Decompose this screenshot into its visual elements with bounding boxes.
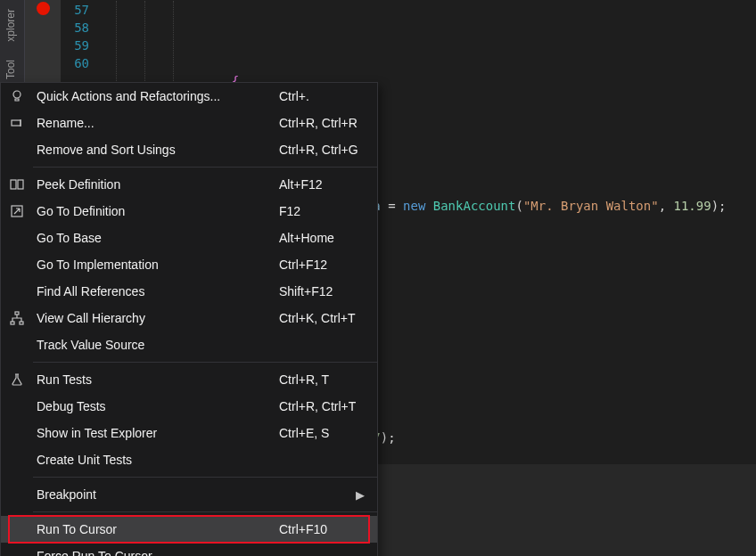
menu-item-shortcut: Ctrl+R, Ctrl+T: [279, 399, 377, 413]
flask-icon: [1, 372, 33, 387]
line-number: 58: [61, 19, 96, 37]
menu-item-rename[interactable]: Rename...Ctrl+R, Ctrl+R: [1, 110, 377, 136]
menu-item-breakpoint[interactable]: Breakpoint▶: [1, 481, 377, 508]
menu-item-label: Run To Cursor: [33, 522, 279, 536]
menu-item-label: Force Run To Cursor: [33, 549, 279, 556]
breakpoint-dot[interactable]: [37, 2, 50, 15]
menu-separator: [33, 511, 377, 512]
menu-item-show-in-test-explorer[interactable]: Show in Test ExplorerCtrl+E, S: [1, 420, 377, 446]
bulb-icon: [1, 89, 33, 103]
menu-item-label: View Call Hierarchy: [33, 311, 279, 325]
menu-item-shortcut: Alt+F12: [279, 177, 377, 192]
menu-item-force-run-to-cursor[interactable]: Force Run To Cursor: [1, 543, 377, 556]
editor-context-menu: Quick Actions and Refactorings...Ctrl+.R…: [0, 82, 378, 556]
menu-item-label: Breakpoint: [33, 487, 356, 502]
menu-item-shortcut: Ctrl+R, T: [279, 372, 377, 387]
menu-item-shortcut: F12: [279, 204, 377, 218]
menu-item-label: Find All References: [33, 284, 279, 298]
menu-item-label: Track Value Source: [33, 338, 279, 352]
hier-icon: [1, 311, 33, 325]
menu-item-label: Peek Definition: [33, 177, 279, 192]
goto-icon: [1, 204, 33, 218]
menu-separator: [33, 477, 377, 478]
line-number: 60: [61, 54, 96, 72]
menu-item-quick-actions-and-refactorings[interactable]: Quick Actions and Refactorings...Ctrl+.: [1, 83, 377, 110]
menu-item-label: Remove and Sort Usings: [33, 143, 279, 157]
menu-item-go-to-implementation[interactable]: Go To ImplementationCtrl+F12: [1, 251, 377, 278]
menu-item-label: Rename...: [33, 116, 279, 130]
peek-icon: [1, 177, 33, 192]
menu-item-label: Go To Definition: [33, 204, 279, 218]
svg-rect-5: [15, 312, 19, 315]
menu-item-label: Quick Actions and Refactorings...: [33, 89, 279, 103]
menu-item-shortcut: Ctrl+F10: [279, 522, 377, 536]
submenu-arrow-icon: ▶: [356, 488, 377, 502]
svg-rect-2: [11, 180, 16, 189]
menu-item-shortcut: Ctrl+F12: [279, 258, 377, 272]
menu-item-label: Run Tests: [33, 372, 279, 387]
menu-item-run-to-cursor[interactable]: Run To CursorCtrl+F10: [1, 516, 377, 543]
menu-item-label: Go To Base: [33, 231, 279, 245]
menu-item-shortcut: Ctrl+R, Ctrl+G: [279, 143, 377, 157]
menu-item-label: Go To Implementation: [33, 258, 279, 272]
menu-item-label: Create Unit Tests: [33, 453, 279, 467]
menu-item-shortcut: Shift+F12: [279, 284, 377, 298]
menu-item-remove-and-sort-usings[interactable]: Remove and Sort UsingsCtrl+R, Ctrl+G: [1, 136, 377, 163]
svg-rect-7: [20, 322, 23, 324]
rename-icon: [1, 116, 33, 130]
line-number: 57: [61, 1, 96, 19]
menu-separator: [33, 167, 377, 168]
menu-item-create-unit-tests[interactable]: Create Unit Tests: [1, 446, 377, 473]
menu-item-label: Debug Tests: [33, 399, 279, 413]
menu-item-go-to-definition[interactable]: Go To DefinitionF12: [1, 198, 377, 225]
menu-item-find-all-references[interactable]: Find All ReferencesShift+F12: [1, 278, 377, 305]
menu-item-shortcut: Alt+Home: [279, 231, 377, 245]
menu-item-go-to-base[interactable]: Go To BaseAlt+Home: [1, 225, 377, 251]
menu-item-run-tests[interactable]: Run TestsCtrl+R, T: [1, 366, 377, 393]
line-number: 59: [61, 37, 96, 54]
svg-rect-3: [18, 180, 23, 189]
menu-item-debug-tests[interactable]: Debug TestsCtrl+R, Ctrl+T: [1, 393, 377, 420]
svg-rect-6: [11, 322, 14, 324]
menu-item-shortcut: Ctrl+E, S: [279, 426, 377, 440]
menu-item-shortcut: Ctrl+R, Ctrl+R: [279, 116, 377, 130]
menu-item-label: Show in Test Explorer: [33, 426, 279, 440]
svg-point-0: [13, 91, 21, 98]
menu-item-view-call-hierarchy[interactable]: View Call HierarchyCtrl+K, Ctrl+T: [1, 305, 377, 331]
menu-separator: [33, 362, 377, 363]
svg-rect-1: [12, 120, 21, 126]
menu-item-shortcut: Ctrl+K, Ctrl+T: [279, 311, 377, 325]
menu-item-track-value-source[interactable]: Track Value Source: [1, 331, 377, 358]
side-tab-explorer[interactable]: xplorer: [0, 0, 21, 51]
menu-item-peek-definition[interactable]: Peek DefinitionAlt+F12: [1, 171, 377, 198]
menu-item-shortcut: Ctrl+.: [279, 89, 377, 103]
